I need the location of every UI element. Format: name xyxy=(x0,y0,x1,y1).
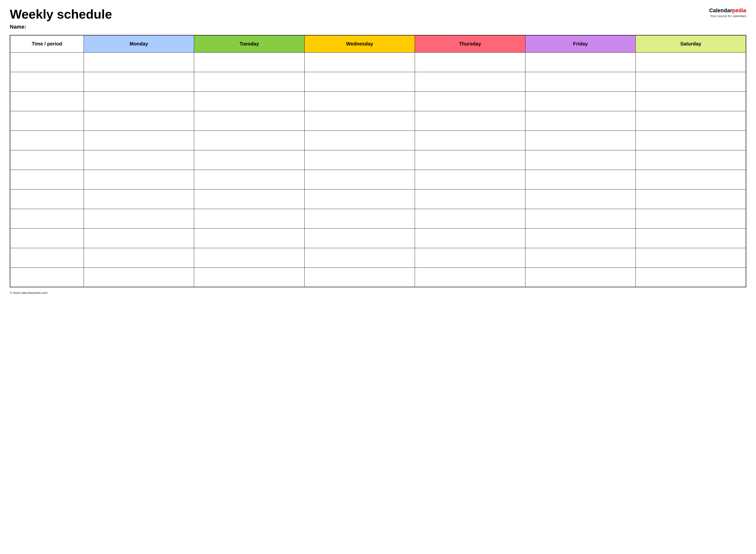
table-cell[interactable] xyxy=(305,130,415,150)
table-cell[interactable] xyxy=(636,248,746,268)
table-cell[interactable] xyxy=(525,92,636,111)
table-cell[interactable] xyxy=(636,72,746,92)
table-cell[interactable] xyxy=(10,248,84,268)
table-cell[interactable] xyxy=(525,170,636,189)
table-cell[interactable] xyxy=(194,52,305,72)
table-cell[interactable] xyxy=(84,189,194,209)
table-cell[interactable] xyxy=(84,209,194,228)
table-cell[interactable] xyxy=(10,228,84,248)
table-cell[interactable] xyxy=(636,189,746,209)
table-cell[interactable] xyxy=(305,248,415,268)
table-cell[interactable] xyxy=(10,268,84,287)
footer-url: © www.calendarpedia.com xyxy=(10,291,47,294)
table-row xyxy=(10,209,746,228)
table-cell[interactable] xyxy=(525,72,636,92)
table-row xyxy=(10,189,746,209)
table-row xyxy=(10,248,746,268)
table-cell[interactable] xyxy=(636,228,746,248)
table-cell[interactable] xyxy=(415,72,526,92)
table-cell[interactable] xyxy=(305,228,415,248)
table-cell[interactable] xyxy=(10,189,84,209)
table-cell[interactable] xyxy=(10,92,84,111)
table-cell[interactable] xyxy=(84,150,194,170)
table-cell[interactable] xyxy=(636,130,746,150)
table-cell[interactable] xyxy=(194,189,305,209)
table-cell[interactable] xyxy=(10,150,84,170)
header-time: Time / period xyxy=(10,35,84,52)
table-cell[interactable] xyxy=(525,248,636,268)
table-cell[interactable] xyxy=(84,72,194,92)
table-cell[interactable] xyxy=(10,52,84,72)
table-cell[interactable] xyxy=(415,268,526,287)
table-row xyxy=(10,170,746,189)
table-row xyxy=(10,52,746,72)
table-row xyxy=(10,228,746,248)
logo-text: Calendarpedia xyxy=(709,7,746,14)
table-cell[interactable] xyxy=(194,130,305,150)
table-cell[interactable] xyxy=(305,209,415,228)
table-cell[interactable] xyxy=(525,111,636,130)
header: Weekly schedule Name: Calendarpedia Your… xyxy=(10,7,746,30)
table-cell[interactable] xyxy=(305,92,415,111)
table-cell[interactable] xyxy=(636,92,746,111)
table-cell[interactable] xyxy=(636,111,746,130)
table-cell[interactable] xyxy=(10,170,84,189)
table-cell[interactable] xyxy=(84,111,194,130)
table-cell[interactable] xyxy=(525,189,636,209)
header-wednesday: Wednesday xyxy=(305,35,415,52)
table-cell[interactable] xyxy=(305,111,415,130)
table-cell[interactable] xyxy=(525,228,636,248)
table-cell[interactable] xyxy=(194,92,305,111)
table-cell[interactable] xyxy=(194,111,305,130)
table-cell[interactable] xyxy=(525,130,636,150)
table-cell[interactable] xyxy=(636,170,746,189)
table-cell[interactable] xyxy=(305,150,415,170)
table-cell[interactable] xyxy=(305,170,415,189)
table-cell[interactable] xyxy=(415,52,526,72)
table-cell[interactable] xyxy=(415,248,526,268)
table-cell[interactable] xyxy=(84,248,194,268)
table-cell[interactable] xyxy=(194,150,305,170)
table-cell[interactable] xyxy=(194,268,305,287)
table-cell[interactable] xyxy=(10,72,84,92)
header-friday: Friday xyxy=(525,35,636,52)
table-cell[interactable] xyxy=(415,111,526,130)
table-cell[interactable] xyxy=(84,130,194,150)
table-cell[interactable] xyxy=(415,150,526,170)
table-cell[interactable] xyxy=(525,268,636,287)
table-cell[interactable] xyxy=(194,72,305,92)
table-cell[interactable] xyxy=(636,150,746,170)
table-cell[interactable] xyxy=(84,52,194,72)
table-cell[interactable] xyxy=(305,189,415,209)
table-cell[interactable] xyxy=(415,130,526,150)
table-cell[interactable] xyxy=(415,189,526,209)
table-cell[interactable] xyxy=(636,268,746,287)
table-cell[interactable] xyxy=(194,170,305,189)
logo-section: Calendarpedia Your source for calendars xyxy=(709,7,746,18)
table-cell[interactable] xyxy=(525,150,636,170)
table-row xyxy=(10,130,746,150)
table-cell[interactable] xyxy=(10,130,84,150)
table-cell[interactable] xyxy=(305,72,415,92)
table-cell[interactable] xyxy=(415,228,526,248)
table-cell[interactable] xyxy=(525,52,636,72)
header-tuesday: Tuesday xyxy=(194,35,305,52)
table-cell[interactable] xyxy=(84,228,194,248)
table-cell[interactable] xyxy=(10,111,84,130)
table-cell[interactable] xyxy=(10,209,84,228)
table-cell[interactable] xyxy=(415,170,526,189)
table-cell[interactable] xyxy=(84,170,194,189)
table-cell[interactable] xyxy=(305,52,415,72)
table-header-row: Time / period Monday Tuesday Wednesday T… xyxy=(10,35,746,52)
table-cell[interactable] xyxy=(636,52,746,72)
table-cell[interactable] xyxy=(415,209,526,228)
table-cell[interactable] xyxy=(194,248,305,268)
table-cell[interactable] xyxy=(415,92,526,111)
table-cell[interactable] xyxy=(194,228,305,248)
table-cell[interactable] xyxy=(194,209,305,228)
table-cell[interactable] xyxy=(636,209,746,228)
table-cell[interactable] xyxy=(525,209,636,228)
table-cell[interactable] xyxy=(84,268,194,287)
table-cell[interactable] xyxy=(84,92,194,111)
table-cell[interactable] xyxy=(305,268,415,287)
